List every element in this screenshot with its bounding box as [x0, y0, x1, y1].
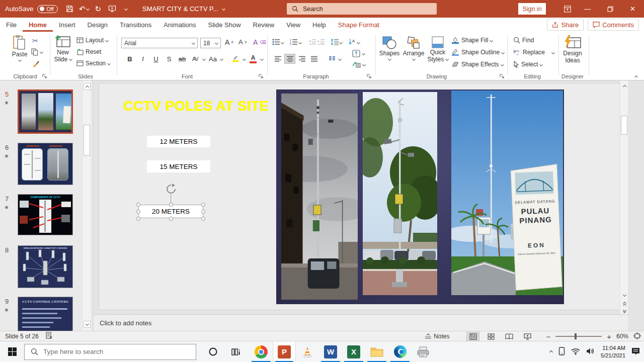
bold-button[interactable]: B [124, 54, 135, 64]
thumb-scroll-up-button[interactable] [84, 83, 91, 90]
zoom-out-button[interactable]: − [546, 332, 550, 341]
arrange-button[interactable]: Arrange [401, 36, 426, 60]
spellcheck-icon[interactable] [46, 332, 53, 340]
design-ideas-button[interactable]: Design Ideas [560, 35, 585, 64]
slideshow-view-button[interactable] [521, 332, 534, 341]
resize-handle-s[interactable] [169, 217, 173, 221]
textbox-15-meters[interactable]: 15 METERS [147, 160, 210, 172]
clear-formatting-button[interactable]: A⌫ [253, 38, 266, 46]
italic-button[interactable]: I [137, 54, 148, 64]
bullets-button[interactable] [272, 39, 280, 47]
minimize-button[interactable]: — [576, 0, 599, 18]
slide-sorter-view-button[interactable] [485, 332, 498, 341]
shape-outline-button[interactable]: Shape Outline [451, 49, 504, 56]
tab-home[interactable]: Home [23, 18, 53, 32]
underline-button[interactable]: U [150, 54, 162, 64]
align-text-button[interactable] [352, 50, 365, 57]
replace-button[interactable]: bc Replace [513, 49, 554, 56]
chrome-taskbar-icon[interactable] [250, 341, 273, 362]
increase-indent-button[interactable] [317, 39, 325, 46]
tab-slide-show[interactable]: Slide Show [202, 18, 247, 32]
action-center-icon[interactable] [631, 347, 640, 357]
thumbnail-slide-7[interactable]: COMPONENTS OF CCTV [18, 194, 73, 235]
shrink-font-button[interactable]: A˅ [238, 38, 247, 46]
tab-review[interactable]: Review [247, 18, 281, 32]
resize-handle-ne[interactable] [201, 203, 205, 207]
save-icon[interactable] [63, 3, 77, 16]
ribbon-display-options-button[interactable] [556, 0, 579, 18]
cctv-poles-picture[interactable]: SELAMAT DATANG PULAU PINANG EON Edaran O… [276, 89, 564, 304]
start-button[interactable] [0, 341, 24, 362]
character-spacing-button[interactable]: AV [190, 54, 201, 64]
excel-taskbar-icon[interactable]: X [342, 341, 365, 362]
zoom-slider[interactable] [555, 336, 602, 337]
normal-view-button[interactable] [466, 332, 479, 341]
cut-button[interactable]: ✂ [32, 37, 38, 45]
tab-help[interactable]: Help [306, 18, 332, 32]
reset-button[interactable]: Reset [76, 48, 101, 55]
next-slide-button[interactable] [621, 307, 628, 314]
redo-button[interactable]: ↻ [91, 3, 105, 16]
resize-handle-n[interactable] [169, 203, 173, 207]
textbox-12-meters[interactable]: 12 METERS [147, 136, 210, 147]
printer-taskbar-icon[interactable] [412, 341, 435, 362]
text-shadow-button[interactable]: S [164, 54, 175, 64]
editor-scrollbar[interactable] [620, 80, 628, 314]
edge-taskbar-icon[interactable] [388, 341, 412, 362]
thumbnail-slide-9[interactable]: CCTV CONTROL CENTERS [18, 297, 73, 331]
fit-slide-button[interactable] [633, 332, 641, 341]
tab-animations[interactable]: Animations [157, 18, 202, 32]
notes-pane[interactable]: Click to add notes [94, 314, 628, 331]
font-color-button[interactable]: A [248, 54, 259, 64]
thumb-scroll-down-button[interactable] [84, 321, 91, 328]
line-spacing-button[interactable] [331, 39, 339, 47]
strikethrough-button[interactable]: ab [177, 54, 188, 64]
resize-handle-se[interactable] [201, 217, 205, 221]
numbering-button[interactable]: 123 [290, 39, 298, 47]
font-name-combo[interactable]: Arial [121, 38, 198, 48]
shape-effects-button[interactable]: Shape Effects [451, 61, 504, 68]
your-phone-icon[interactable] [558, 347, 565, 357]
close-button[interactable]: ✕ [621, 0, 644, 18]
cortana-button[interactable] [201, 341, 224, 362]
file-explorer-taskbar-icon[interactable] [365, 341, 388, 362]
thumbnail-slide-8[interactable]: WIRELESS NETWORK CONNECTIVITY OVERVIEW [18, 245, 73, 288]
justify-button[interactable] [308, 54, 319, 64]
rotate-handle-icon[interactable] [166, 184, 177, 195]
resize-handle-sw[interactable] [136, 217, 140, 221]
scroll-up-button[interactable] [621, 82, 628, 89]
slide-canvas[interactable]: CCTV POLES AT SITE 12 METERS 15 METERS 2… [99, 83, 622, 310]
select-button[interactable]: Select [513, 61, 542, 68]
comments-button[interactable]: Comments [588, 19, 639, 31]
powerpoint-taskbar-icon[interactable]: P [273, 341, 296, 362]
tab-file[interactable]: File [0, 18, 23, 32]
font-size-combo[interactable]: 18 [200, 38, 221, 48]
align-center-button[interactable] [284, 54, 295, 64]
collapse-ribbon-button[interactable] [634, 75, 638, 79]
taskbar-clock[interactable]: 11:04 AM 5/21/2021 [601, 344, 625, 359]
paste-button[interactable]: Paste [8, 35, 31, 61]
tab-insert[interactable]: Insert [53, 18, 82, 32]
resize-handle-nw[interactable] [136, 203, 140, 207]
decrease-indent-button[interactable] [308, 39, 316, 46]
share-button[interactable]: Share [547, 19, 584, 31]
shape-fill-button[interactable]: Shape Fill [451, 37, 493, 44]
wifi-icon[interactable] [571, 348, 580, 356]
zoom-slider-thumb[interactable] [575, 333, 577, 339]
titlebar-search[interactable] [287, 3, 437, 15]
new-slide-button[interactable]: New Slide [52, 35, 74, 63]
shapes-button[interactable]: Shapes [378, 36, 400, 60]
change-case-button[interactable]: Aa [207, 54, 218, 64]
sign-in-button[interactable]: Sign in [518, 3, 546, 15]
scroll-down-button[interactable] [621, 292, 628, 299]
search-input[interactable] [303, 6, 414, 13]
notes-toggle-button[interactable]: Notes [425, 333, 449, 340]
drawing-dialog-launcher[interactable] [500, 74, 506, 80]
tab-design[interactable]: Design [82, 18, 114, 32]
thumbnail-slide-5[interactable] [18, 89, 73, 134]
start-slideshow-icon[interactable] [105, 3, 119, 16]
document-title[interactable]: SMART CITY & CCTV P... [142, 0, 225, 18]
font-dialog-launcher[interactable] [259, 74, 265, 80]
task-view-button[interactable] [224, 341, 248, 362]
zoom-in-button[interactable]: + [607, 332, 611, 341]
